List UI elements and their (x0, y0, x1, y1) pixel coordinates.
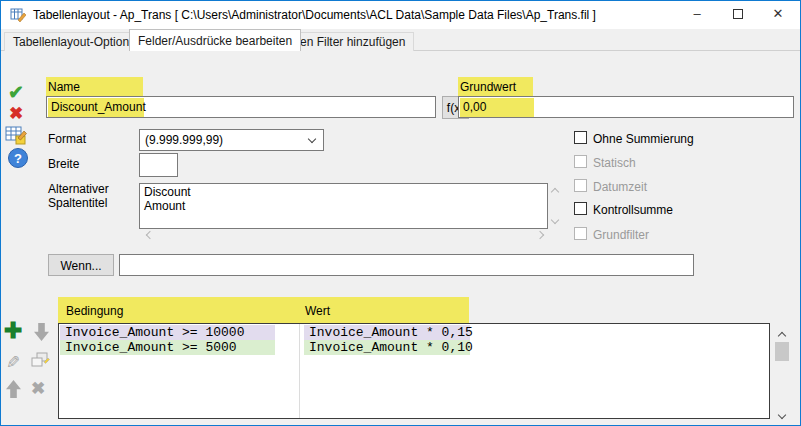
accept-button[interactable]: ✔ (8, 81, 24, 104)
if-condition-button[interactable]: Wenn... (48, 254, 114, 276)
add-condition-button[interactable]: ✚ (4, 318, 22, 344)
format-value: (9.999.999,99) (145, 133, 223, 147)
value-cell[interactable]: Invoice_Amount * 0,10 (304, 340, 470, 355)
condition-cell[interactable]: Invoice_Amount >= 10000 (60, 325, 275, 340)
condition-column-header: Bedingung (66, 304, 123, 318)
checkbox-datetime (574, 179, 587, 192)
name-input[interactable]: Discount_Amount (46, 96, 436, 118)
scroll-right-icon[interactable] (536, 231, 544, 239)
if-condition-input[interactable] (119, 254, 694, 276)
tab-edit-fields-expressions[interactable]: Felder/Ausdrücke bearbeiten (129, 29, 301, 51)
checkbox-default-filter (574, 227, 587, 240)
alt-title-label-line2: Spaltentitel (48, 196, 107, 210)
checkbox-static-label: Statisch (593, 156, 636, 170)
default-value-input[interactable]: 0,00 (458, 96, 794, 118)
table-layout-dialog: Tabellenlayout - Ap_Trans [ C:\Users\Adm… (0, 0, 801, 426)
value-cell[interactable]: Invoice_Amount * 0,15 (304, 325, 470, 340)
chevron-down-icon (308, 135, 316, 143)
duplicate-condition-icon (30, 352, 50, 370)
delete-condition-icon: ✖ (31, 378, 45, 399)
scrollbar-thumb[interactable] (775, 342, 789, 361)
maximize-icon (733, 9, 743, 19)
scrollbar-down-button[interactable] (773, 404, 791, 419)
scroll-down-icon[interactable] (551, 216, 559, 224)
scroll-left-icon[interactable] (146, 231, 154, 239)
tab-bar: Tabellenlayout-Optionen Felder/Ausdrücke… (1, 29, 800, 51)
table-edit-icon (10, 7, 26, 23)
checkbox-datetime-label: Datumzeit (593, 180, 647, 194)
checkbox-default-filter-label: Grundfilter (593, 228, 649, 242)
alt-title-label-line1: Alternativer (48, 182, 109, 196)
default-value: 0,00 (463, 100, 486, 114)
checkbox-control-total[interactable] (574, 202, 587, 215)
move-down-icon (34, 323, 49, 341)
alt-column-title-label: Alternativer Spaltentitel (48, 182, 109, 210)
condition-cell[interactable]: Invoice_Amount >= 5000 (60, 340, 275, 355)
format-label: Format (48, 132, 86, 146)
default-value-label: Grundwert (460, 80, 516, 94)
close-button[interactable]: ✕ (761, 1, 795, 29)
window-title: Tabellenlayout - Ap_Trans [ C:\Users\Adm… (33, 8, 596, 22)
condition-table-scrollbar[interactable] (773, 323, 791, 419)
name-value: Discount_Amount (51, 100, 146, 114)
checkbox-control-total-label: Kontrollsumme (593, 203, 673, 217)
checkbox-no-totals[interactable] (574, 131, 587, 144)
condition-row[interactable]: Invoice_Amount >= 10000 Invoice_Amount *… (59, 325, 769, 340)
help-icon[interactable]: ? (8, 148, 28, 168)
alt-column-title-textarea[interactable]: Discount Amount (139, 183, 548, 229)
cancel-button[interactable]: ✖ (9, 103, 23, 124)
maximize-button[interactable] (721, 1, 755, 29)
width-input[interactable] (139, 153, 178, 177)
condition-table[interactable]: Invoice_Amount >= 10000 Invoice_Amount *… (58, 323, 770, 419)
scrollbar-up-button[interactable] (773, 323, 791, 338)
edit-condition-icon: ✎ (6, 352, 20, 373)
value-column-header: Wert (305, 304, 330, 318)
scroll-up-icon[interactable] (551, 188, 559, 196)
edit-table-layout-icon[interactable] (5, 125, 29, 146)
condition-row[interactable]: Invoice_Amount >= 5000 Invoice_Amount * … (59, 340, 769, 355)
checkbox-static (574, 155, 587, 168)
move-up-icon (6, 380, 21, 398)
format-dropdown[interactable]: (9.999.999,99) (139, 129, 324, 151)
width-label: Breite (48, 157, 79, 171)
minimize-button[interactable]: – (680, 1, 714, 29)
name-label: Name (48, 80, 80, 94)
title-bar[interactable]: Tabellenlayout - Ap_Trans [ C:\Users\Adm… (1, 1, 800, 29)
checkbox-no-totals-label: Ohne Summierung (593, 132, 694, 146)
